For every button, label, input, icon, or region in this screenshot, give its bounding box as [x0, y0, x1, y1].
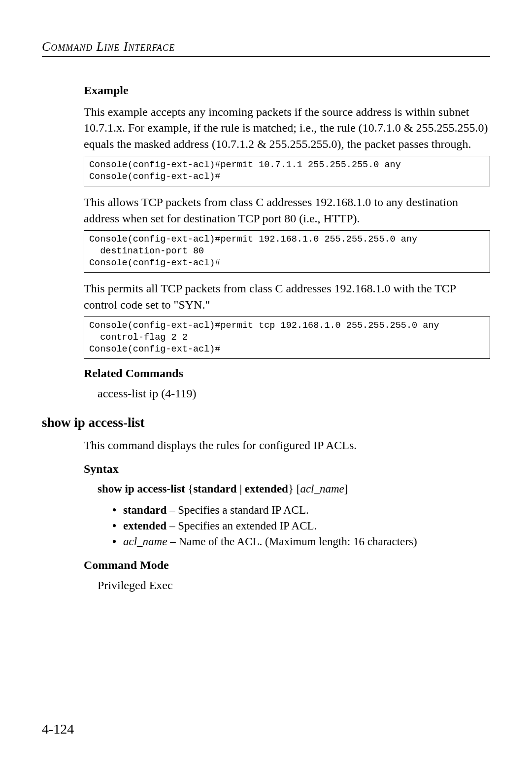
- page-number: 4-124: [42, 721, 74, 737]
- syntax-pipe: |: [237, 483, 245, 495]
- example-label: Example: [84, 84, 490, 97]
- command-mode-text: Privileged Exec: [84, 579, 490, 592]
- command-heading: show ip access-list: [42, 415, 490, 430]
- code-block-2: Console(config-ext-acl)#permit 192.168.1…: [84, 230, 490, 273]
- related-commands-label: Related Commands: [84, 367, 490, 380]
- bullet-bold-standard: standard: [123, 504, 166, 516]
- bullet-text-standard: – Specifies a standard IP ACL.: [166, 504, 309, 516]
- bullet-text-extended: – Specifies an extended IP ACL.: [166, 520, 317, 532]
- syntax-close-brace: }: [288, 483, 294, 495]
- syntax-param-aclname: acl_name: [300, 483, 344, 495]
- syntax-label: Syntax: [84, 462, 490, 476]
- syntax-open-bracket: [: [294, 483, 300, 495]
- page-header-title: Command Line Interface: [42, 39, 490, 54]
- header-divider: [42, 56, 490, 57]
- syntax-open-brace: {: [185, 483, 194, 495]
- code-block-3: Console(config-ext-acl)#permit tcp 192.1…: [84, 317, 490, 359]
- syntax-option-extended: extended: [245, 483, 288, 495]
- code-block-1: Console(config-ext-acl)#permit 10.7.1.1 …: [84, 156, 490, 186]
- related-command-item: access-list ip (4-119): [84, 387, 490, 400]
- bullet-bold-extended: extended: [123, 520, 166, 532]
- example-paragraph-2: This allows TCP packets from class C add…: [84, 194, 490, 226]
- bullet-italic-aclname: acl_name: [123, 535, 167, 548]
- syntax-command: show ip access-list: [98, 483, 185, 495]
- bullet-item-aclname: acl_name – Name of the ACL. (Maximum len…: [112, 534, 490, 550]
- command-mode-label: Command Mode: [84, 559, 490, 572]
- example-paragraph-1: This example accepts any incoming packet…: [84, 104, 490, 152]
- bullet-item-extended: extended – Specifies an extended IP ACL.: [112, 518, 490, 534]
- syntax-bullet-list: standard – Specifies a standard IP ACL. …: [84, 502, 490, 550]
- syntax-close-bracket: ]: [344, 483, 348, 495]
- example-paragraph-3: This permits all TCP packets from class …: [84, 281, 490, 313]
- command-description: This command displays the rules for conf…: [84, 437, 490, 453]
- bullet-text-aclname: – Name of the ACL. (Maximum length: 16 c…: [167, 535, 417, 548]
- bullet-item-standard: standard – Specifies a standard IP ACL.: [112, 502, 490, 518]
- syntax-option-standard: standard: [193, 483, 236, 495]
- syntax-line: show ip access-list {standard | extended…: [84, 483, 490, 495]
